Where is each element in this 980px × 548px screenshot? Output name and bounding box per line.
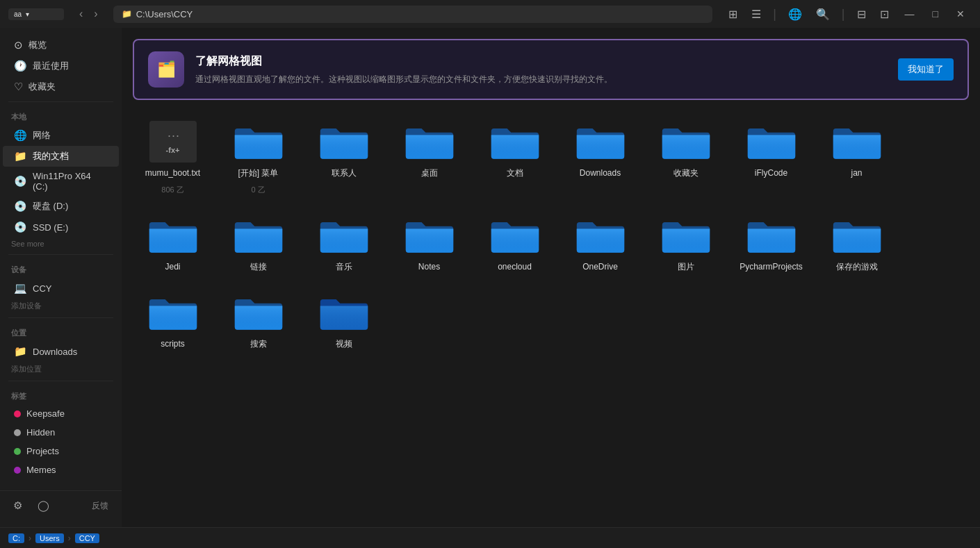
sidebar-item-c-drive[interactable]: 💿 Win11Pro X64 (C:): [3, 167, 119, 196]
list-item[interactable]: 收藏夹: [646, 114, 726, 202]
file-name: Downloads: [580, 168, 621, 179]
breadcrumb-sep1: ›: [28, 533, 31, 543]
dropdown-arrow: ▾: [26, 10, 29, 18]
list-item[interactable]: Downloads: [560, 114, 640, 202]
hidden-dot: [14, 429, 21, 436]
sidebar-item-overview[interactable]: ⊙ 概览: [3, 35, 119, 56]
forward-button[interactable]: ›: [90, 5, 101, 23]
folder-icon-desktop: [403, 121, 456, 163]
settings-btn[interactable]: ⚙: [8, 497, 27, 515]
list-item[interactable]: 联系人: [304, 114, 384, 202]
folder-icon-contacts: [318, 121, 370, 163]
list-item[interactable]: iFlyCode: [731, 114, 811, 202]
keepsafe-dot: [14, 410, 21, 417]
sidebar-item-d-drive[interactable]: 💿 硬盘 (D:): [3, 196, 119, 217]
sidebar-item-downloads-loc[interactable]: 📁 Downloads: [3, 341, 119, 362]
list-item[interactable]: OneDrive: [560, 208, 640, 280]
file-name: PycharmProjects: [740, 262, 803, 273]
list-item[interactable]: 链接: [218, 208, 298, 280]
filter-btn[interactable]: ⊟: [852, 5, 871, 24]
see-more-btn[interactable]: See more: [0, 238, 122, 250]
close-button[interactable]: ✕: [949, 6, 972, 22]
sidebar-item-hidden[interactable]: Hidden: [3, 423, 119, 442]
sidebar-label-d-drive: 硬盘 (D:): [33, 200, 68, 213]
main-layout: ⊙ 概览 🕐 最近使用 ♡ 收藏夹 本地 🌐 网络 📁 我的文档 💿 Win11…: [0, 28, 980, 527]
txt-dots: · · ·: [166, 128, 180, 143]
list-item[interactable]: 桌面: [389, 114, 469, 202]
list-item[interactable]: scripts: [133, 285, 213, 357]
list-item[interactable]: 视频: [304, 285, 384, 357]
file-name: [开始] 菜单: [238, 168, 278, 179]
folder-icon-jedi: [147, 215, 199, 256]
sidebar-item-ccy-device[interactable]: 💻 CCY: [3, 278, 119, 299]
list-item[interactable]: Notes: [389, 208, 469, 280]
sidebar-item-network[interactable]: 🌐 网络: [3, 125, 119, 146]
list-item[interactable]: 音乐: [304, 208, 384, 280]
sidebar-item-recent[interactable]: 🕐 最近使用: [3, 56, 119, 76]
list-item[interactable]: PycharmProjects: [731, 208, 811, 280]
sidebar-item-memes[interactable]: Memes: [3, 460, 119, 479]
address-text: C:\Users\CCY: [136, 9, 193, 19]
add-device-btn[interactable]: 添加设备: [0, 299, 122, 313]
file-grid: · · · -fx+ mumu_boot.txt 806 乙: [133, 114, 969, 357]
separator1: |: [773, 7, 776, 22]
split-btn[interactable]: ⊡: [875, 5, 894, 24]
file-name: 收藏夹: [673, 168, 699, 179]
titlebar: aa ▾ ‹ › 📁 C:\Users\CCY ⊞ ☰ | 🌐 🔍 | ⊟ ⊡ …: [0, 0, 980, 28]
folder-icon-videos: [318, 292, 370, 333]
overview-icon: ⊙: [14, 39, 23, 51]
file-name: 联系人: [332, 168, 357, 179]
list-item[interactable]: 文档: [475, 114, 555, 202]
list-view-btn[interactable]: ☰: [746, 5, 766, 24]
devices-section-label: 设备: [0, 259, 122, 278]
list-item[interactable]: 保存的游戏: [817, 208, 897, 280]
search-btn[interactable]: 🔍: [811, 5, 835, 24]
mydocs-icon: 📁: [14, 150, 27, 163]
file-name: scripts: [161, 339, 185, 350]
list-item[interactable]: 搜索: [218, 285, 298, 357]
minimize-button[interactable]: —: [898, 6, 922, 22]
sidebar-item-favorites[interactable]: ♡ 收藏夹: [3, 76, 119, 97]
list-item[interactable]: jan: [817, 114, 897, 202]
sidebar-label-overview: 概览: [28, 39, 47, 51]
nav-buttons: ‹ ›: [75, 5, 102, 23]
list-item[interactable]: 图片: [646, 208, 726, 280]
folder-icon-favs: [660, 121, 712, 163]
file-name: 链接: [250, 262, 267, 273]
list-item[interactable]: Jedi: [133, 208, 213, 280]
file-name: jan: [851, 168, 862, 179]
feedback-btn[interactable]: 反馈: [87, 497, 113, 515]
file-name: 视频: [336, 339, 352, 350]
file-name: onecloud: [498, 262, 532, 273]
list-item[interactable]: [开始] 菜单 0 乙: [218, 114, 298, 202]
sidebar-item-e-drive[interactable]: 💿 SSD (E:): [3, 217, 119, 238]
sidebar-label-e-drive: SSD (E:): [33, 222, 68, 233]
folder-icon-notes: [403, 215, 456, 256]
add-location-btn[interactable]: 添加位置: [0, 362, 122, 376]
downloads-loc-icon: 📁: [14, 345, 27, 358]
divider2: [8, 254, 113, 255]
folder-icon-onedrive: [574, 215, 627, 256]
banner-confirm-button[interactable]: 我知道了: [898, 58, 954, 81]
breadcrumb-users[interactable]: Users: [35, 533, 64, 543]
maximize-button[interactable]: □: [926, 6, 945, 22]
e-drive-icon: 💿: [14, 221, 27, 233]
breadcrumb-c[interactable]: C:: [8, 533, 24, 543]
sidebar-item-mydocs[interactable]: 📁 我的文档: [3, 146, 119, 167]
back-button[interactable]: ‹: [75, 5, 87, 23]
breadcrumb-ccy[interactable]: CCY: [75, 533, 99, 543]
folder-icon-start: [232, 121, 285, 163]
globe-btn[interactable]: 🌐: [783, 5, 807, 24]
banner: 🗂️ 了解网格视图 通过网格视图直观地了解您的文件。这种视图以缩略图形式显示您的…: [133, 39, 969, 100]
circle-btn[interactable]: ◯: [33, 497, 54, 515]
sidebar-item-projects[interactable]: Projects: [3, 442, 119, 460]
grid-view-btn[interactable]: ⊞: [724, 5, 742, 24]
sidebar-label-keepsafe: Keepsafe: [26, 408, 65, 419]
list-item[interactable]: · · · -fx+ mumu_boot.txt 806 乙: [133, 114, 213, 202]
address-bar[interactable]: 📁 C:\Users\CCY: [113, 6, 713, 23]
txt-file-icon: · · · -fx+: [149, 121, 197, 163]
folder-icon: 📁: [122, 9, 132, 19]
workspace-dropdown[interactable]: aa ▾: [8, 8, 64, 20]
list-item[interactable]: onecloud: [475, 208, 555, 280]
sidebar-item-keepsafe[interactable]: Keepsafe: [3, 404, 119, 423]
